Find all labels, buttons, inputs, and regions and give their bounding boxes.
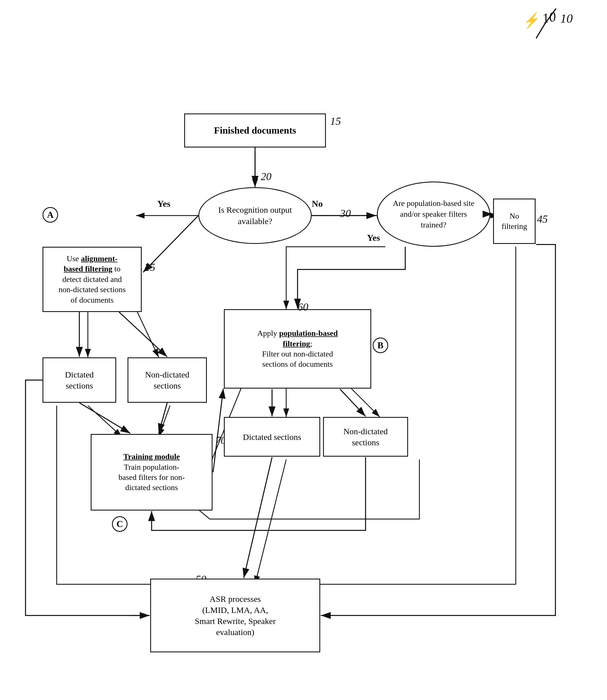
finished-documents-box: Finished documents <box>184 114 326 147</box>
nondictated-sections-80-box: Non-dictated sections <box>323 417 408 457</box>
svg-line-11 <box>159 405 170 437</box>
alignment-filtering-box: Use alignment-based filtering todetect d… <box>42 247 142 312</box>
yes-recognition-label: Yes <box>157 199 170 209</box>
svg-line-23 <box>79 403 130 433</box>
asr-processes-box: ASR processes (LMID, LMA, AA, Smart Rewr… <box>150 579 320 652</box>
svg-line-22 <box>119 312 167 357</box>
no-filtering-box: No filtering <box>493 199 536 244</box>
annotation-45: 45 <box>537 213 548 225</box>
svg-line-9 <box>136 309 159 357</box>
annotation-25: 25 <box>145 261 155 274</box>
training-module-box: Training moduleTrain population-based fi… <box>91 434 212 511</box>
annotation-30: 30 <box>340 207 351 220</box>
annotation-60: 60 <box>297 301 308 313</box>
svg-line-1 <box>536 24 545 38</box>
svg-line-14 <box>351 388 380 417</box>
svg-line-25 <box>213 388 223 472</box>
recognition-ellipse: Is Recognition output available? <box>198 187 312 244</box>
svg-line-15 <box>255 459 286 584</box>
diagram: ⚡ 10 10 <box>0 0 607 700</box>
annotation-15: 15 <box>330 115 341 127</box>
svg-line-28 <box>244 457 272 578</box>
svg-line-0 <box>545 8 556 24</box>
circle-b: B <box>373 338 388 353</box>
no-recognition-label: No <box>312 199 323 209</box>
svg-text:10: 10 <box>560 12 573 25</box>
annotation-20: 20 <box>261 170 271 183</box>
svg-line-27 <box>340 389 365 416</box>
dictated-sections-75-box: Dictated sections <box>224 417 320 457</box>
circle-c: C <box>112 516 127 532</box>
dictated-sections-35-box: Dictated sections <box>42 357 116 403</box>
nondictated-sections-40-box: Non-dictated sections <box>127 357 207 403</box>
svg-line-10 <box>88 405 122 437</box>
svg-line-24 <box>159 403 167 433</box>
yes-population-label: Yes <box>367 233 380 243</box>
lightning-icon: 10 <box>528 6 573 43</box>
population-filtering-box: Apply population-basedfiltering;Filter o… <box>224 309 371 388</box>
circle-a: A <box>42 207 58 223</box>
population-ellipse: Are population-based site and/or speaker… <box>377 181 490 247</box>
